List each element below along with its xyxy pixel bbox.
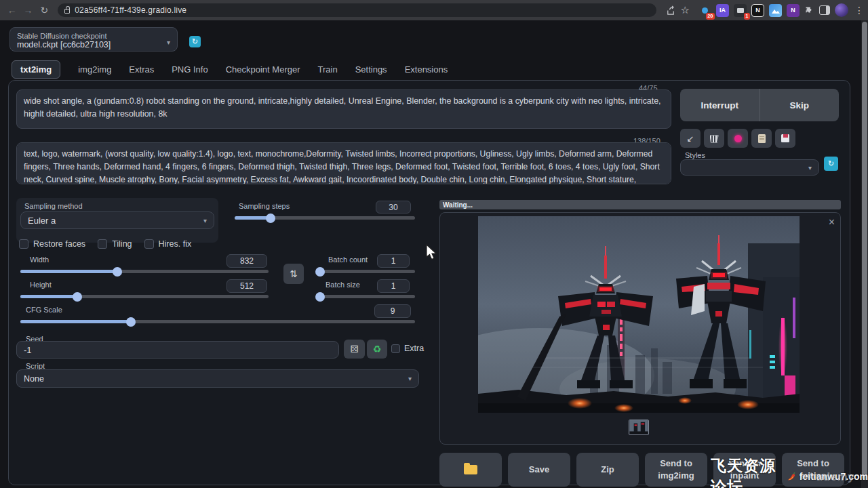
batch-size-label: Batch size: [326, 281, 360, 289]
browser-back-button[interactable]: ←: [4, 5, 20, 16]
generated-image[interactable]: [478, 216, 800, 413]
address-bar[interactable]: 02a56ff4-71ff-439e.gradio.live: [58, 3, 656, 17]
seed-input[interactable]: [16, 341, 339, 359]
tab-png-info[interactable]: PNG Info: [172, 60, 208, 79]
folder-icon: [464, 465, 477, 474]
options-row: Restore faces Tiling Hires. fix: [19, 239, 191, 249]
chevron-down-icon: ▾: [408, 375, 412, 382]
result-actions: Save Zip Send to img2img Send to inpaint…: [439, 453, 844, 487]
tab-extras[interactable]: Extras: [129, 60, 154, 79]
tiling-option: Tiling: [98, 239, 132, 249]
height-label: Height: [30, 281, 52, 289]
progress-bar: Waiting...: [439, 200, 841, 209]
gallery-thumbnail[interactable]: [629, 420, 649, 435]
zip-button[interactable]: Zip: [576, 453, 639, 487]
batch-count-slider[interactable]: [316, 270, 415, 273]
extension-onenote-icon[interactable]: N: [787, 4, 800, 17]
sampling-method-value: Euler a: [28, 216, 56, 226]
extension-notion-icon[interactable]: N: [751, 4, 764, 17]
extension-pin-icon[interactable]: 20: [698, 4, 711, 17]
prompt-tool-row: ↙: [680, 129, 795, 148]
extensions-puzzle-icon[interactable]: [804, 5, 814, 16]
prompt-textarea[interactable]: wide shot angle, a (gundam:0.8) robot st…: [16, 89, 671, 129]
open-folder-button[interactable]: [439, 453, 502, 487]
browser-forward-button[interactable]: →: [20, 5, 37, 16]
browser-toolbar: ← → ↻ 02a56ff4-71ff-439e.gradio.live ☆ 2…: [0, 0, 868, 20]
browser-reload-button[interactable]: ↻: [36, 5, 52, 16]
page-scrollbar: [861, 20, 868, 488]
height-value[interactable]: 512: [226, 279, 267, 293]
url-text: 02a56ff4-71ff-439e.gradio.live: [75, 5, 186, 15]
send-to-img2img-button[interactable]: Send to img2img: [645, 453, 707, 487]
styles-refresh-button[interactable]: ↻: [824, 157, 838, 171]
hires-fix-option: Hires. fix: [144, 239, 192, 249]
cfg-scale-value[interactable]: 9: [374, 304, 411, 318]
pin-badge: 20: [706, 13, 715, 20]
save-button[interactable]: Save: [508, 453, 570, 487]
tab-checkpoint-merger[interactable]: Checkpoint Merger: [226, 60, 300, 79]
extension-photos-icon[interactable]: [769, 4, 782, 17]
recycle-icon: ♻: [373, 344, 382, 354]
extra-seed-label: Extra: [404, 344, 424, 353]
tab-extensions[interactable]: Extensions: [405, 60, 448, 79]
checkpoint-value: model.ckpt [cc6cb27103]: [17, 40, 159, 49]
hires-fix-checkbox[interactable]: [144, 239, 154, 249]
tab-train[interactable]: Train: [318, 60, 338, 79]
arrow-down-left-icon: ↙: [687, 134, 694, 144]
random-seed-button[interactable]: ⚄: [344, 340, 365, 359]
checkpoint-refresh-button[interactable]: ↻: [189, 36, 201, 47]
send-to-inpaint-button[interactable]: Send to inpaint: [713, 453, 776, 487]
checkpoint-dropdown[interactable]: Stable Diffusion checkpoint model.ckpt […: [9, 27, 178, 52]
progress-status: Waiting...: [443, 201, 473, 209]
hires-fix-label: Hires. fix: [159, 239, 192, 249]
paste-params-button[interactable]: ↙: [680, 129, 701, 148]
capture-badge: 1: [744, 13, 750, 20]
sampling-method-label: Sampling method: [24, 202, 218, 210]
apply-style-button[interactable]: [751, 129, 772, 148]
browser-menu-icon[interactable]: ⋮: [854, 5, 864, 16]
main-tabs: txt2img img2img Extras PNG Info Checkpoi…: [12, 60, 448, 79]
pink-dot-icon: [734, 135, 742, 142]
restore-faces-checkbox[interactable]: [19, 239, 28, 249]
sidepanel-icon[interactable]: [819, 5, 830, 15]
bookmark-star-icon[interactable]: ☆: [681, 4, 690, 16]
height-slider[interactable]: [20, 295, 269, 298]
extension-capture-icon[interactable]: 1: [734, 4, 747, 17]
cfg-scale-label: CFG Scale: [26, 306, 62, 314]
swap-dimensions-button[interactable]: ⇅: [283, 264, 304, 284]
close-icon[interactable]: ×: [829, 217, 835, 228]
save-style-button[interactable]: [775, 129, 795, 148]
profile-avatar[interactable]: [835, 3, 848, 17]
sampling-method-dropdown[interactable]: Euler a ▾: [20, 211, 214, 229]
mouse-cursor: [426, 244, 437, 260]
cfg-scale-slider[interactable]: [20, 320, 415, 323]
share-icon[interactable]: [666, 5, 676, 16]
width-slider[interactable]: [20, 270, 269, 273]
width-value[interactable]: 832: [226, 254, 267, 268]
batch-count-value[interactable]: 1: [377, 254, 410, 268]
swap-arrows-icon: ⇅: [290, 268, 298, 279]
styles-dropdown[interactable]: ▾: [680, 159, 819, 176]
skip-button[interactable]: Skip: [760, 89, 840, 121]
extra-networks-button[interactable]: [728, 129, 748, 148]
sampling-steps-value[interactable]: 30: [376, 201, 411, 214]
negative-prompt-textarea[interactable]: text, logo, watermark, (worst quality, l…: [16, 142, 671, 184]
tab-settings[interactable]: Settings: [355, 60, 387, 79]
script-dropdown[interactable]: None ▾: [16, 369, 419, 388]
tiling-label: Tiling: [112, 239, 132, 249]
tab-txt2img[interactable]: txt2img: [12, 60, 60, 79]
batch-size-slider[interactable]: [316, 295, 415, 298]
tab-img2img[interactable]: img2img: [78, 60, 111, 79]
clear-prompt-button[interactable]: [704, 129, 724, 148]
reuse-seed-button[interactable]: ♻: [367, 340, 387, 359]
interrupt-button[interactable]: Interrupt: [680, 89, 760, 121]
generate-controls: Interrupt Skip: [680, 89, 839, 121]
extension-ia-icon[interactable]: IA: [716, 4, 729, 17]
scrollbar-thumb[interactable]: [862, 22, 867, 480]
extra-seed-checkbox[interactable]: [391, 344, 400, 353]
sampling-steps-slider[interactable]: [235, 216, 415, 220]
chevron-down-icon: ▾: [808, 164, 812, 171]
batch-size-value[interactable]: 1: [377, 279, 410, 293]
tiling-checkbox[interactable]: [98, 239, 107, 249]
lock-icon: [64, 9, 70, 14]
